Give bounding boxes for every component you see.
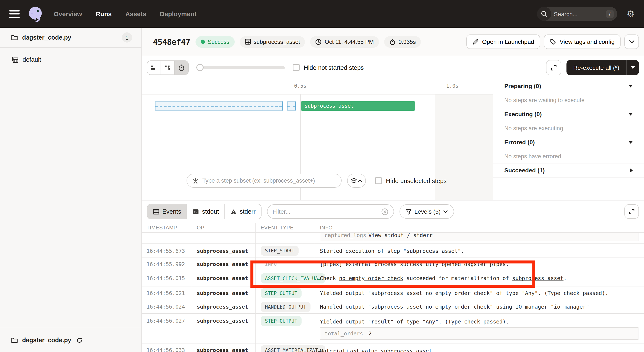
hamburger-menu-icon[interactable] <box>9 10 20 18</box>
log-row-step-start[interactable]: 16:44:55.673 subprocess_asset STEP_START… <box>142 244 644 258</box>
panel-caption-executing: No steps are executing <box>493 121 644 135</box>
hide-not-started-checkbox[interactable] <box>292 64 300 71</box>
metadata-table-captured-logs[interactable]: captured_logs View stdout / stderr <box>320 233 638 241</box>
status-badge: Success <box>195 36 234 47</box>
code-location-label: dagster_code.py <box>22 34 71 41</box>
reexecute-dropdown-caret[interactable] <box>626 60 639 75</box>
panel-caption-errored: No steps have errored <box>493 149 644 163</box>
caret-down-icon <box>628 141 633 144</box>
log-row-step-output-result[interactable]: 16:44:56.027 subprocess_asset STEP_OUTPU… <box>142 314 644 344</box>
event-log-table: TIMESTAMP OP EVENT TYPE INFO captured_lo… <box>142 223 644 352</box>
events-table-icon <box>153 209 159 214</box>
reexecute-all-button[interactable]: Re-execute all (*) <box>566 60 639 75</box>
log-row-asset-materialization[interactable]: 16:44:56.033 subprocess_asset ASSET_MATE… <box>142 344 644 352</box>
pencil-icon <box>472 38 479 45</box>
code-location-footer-label: dagster_code.py <box>22 337 71 344</box>
layers-button[interactable] <box>347 174 366 188</box>
event-timestamp: 16:44:56.027 <box>142 314 191 343</box>
sidebar: dagster_code.py 1 default dagster_code.p… <box>0 28 142 352</box>
asset-grid-icon <box>245 39 251 45</box>
clear-filter-icon[interactable] <box>381 208 388 215</box>
gear-icon[interactable]: ⚙ <box>626 9 635 18</box>
levels-dropdown-button[interactable]: Levels (5) <box>400 204 454 219</box>
check-name-link[interactable]: no_empty_order_check <box>339 275 403 281</box>
gantt-time-axis: 0.5s 1.0s <box>142 79 493 94</box>
axis-tick-1-0s: 1.0s <box>446 83 458 89</box>
log-filter-input[interactable] <box>272 208 378 215</box>
view-mode-flat-icon[interactable] <box>147 61 161 74</box>
slider-thumb[interactable] <box>196 64 204 71</box>
panel-section-succeeded[interactable]: Succeeded (1) <box>493 163 644 177</box>
panel-section-errored[interactable]: Errored (0) <box>493 135 644 149</box>
nav-runs[interactable]: Runs <box>96 10 112 17</box>
event-type-badge: INFO <box>261 259 281 269</box>
log-tabs: Events stdout stderr <box>147 204 262 219</box>
asset-name-link[interactable]: subprocess_asset <box>512 275 564 281</box>
zoom-slider[interactable] <box>196 64 285 71</box>
nav-assets[interactable]: Assets <box>125 10 146 17</box>
gantt-bar-preparing-2[interactable] <box>287 101 296 111</box>
funnel-icon <box>406 209 412 214</box>
view-tags-config-button[interactable]: View tags and config <box>544 34 620 49</box>
asset-chip[interactable]: subprocess_asset <box>240 36 305 47</box>
step-graph-icon <box>192 177 199 184</box>
event-op: subprocess_asset <box>191 258 256 270</box>
step-subset-input[interactable] <box>202 177 336 184</box>
event-op: subprocess_asset <box>191 300 256 313</box>
sidebar-item-code-location[interactable]: dagster_code.py 1 <box>0 28 142 48</box>
log-row-step-output-check[interactable]: 16:44:56.021 subprocess_asset STEP_OUTPU… <box>142 287 644 300</box>
reload-icon[interactable] <box>76 337 83 343</box>
caret-right-icon <box>630 168 633 173</box>
sidebar-item-job-default[interactable]: default <box>0 50 142 69</box>
open-in-launchpad-button[interactable]: Open in Launchpad <box>466 34 540 49</box>
metadata-value-link[interactable]: View stdout / stderr <box>364 233 638 241</box>
event-info: Yielded output "result" of type "Any". (… <box>314 314 644 340</box>
hide-not-started-label: Hide not started steps <box>304 64 364 71</box>
col-event-type: EVENT TYPE <box>256 223 314 232</box>
terminal-icon <box>193 209 199 214</box>
event-timestamp: 16:44:56.021 <box>142 287 191 300</box>
panel-section-preparing[interactable]: Preparing (0) <box>493 79 644 93</box>
tab-stderr[interactable]: stderr <box>225 204 261 219</box>
dagster-logo[interactable] <box>26 5 44 23</box>
col-info: INFO <box>314 225 644 231</box>
run-header: 4548ef47 Success subprocess_asset Oct 11… <box>142 28 644 56</box>
search-input[interactable] <box>551 10 606 17</box>
global-search[interactable]: / <box>537 7 617 21</box>
sidebar-code-location-footer[interactable]: dagster_code.py <box>0 328 142 352</box>
event-info: Started execution of step "subprocess_as… <box>314 248 644 254</box>
event-type-badge: STEP_OUTPUT <box>261 288 302 298</box>
caret-down-icon <box>628 113 633 116</box>
gantt-view-mode-switcher <box>147 60 189 75</box>
hide-unselected-checkbox[interactable] <box>375 177 382 184</box>
axis-tick-0-5s: 0.5s <box>294 83 306 89</box>
event-info: Check no_empty_order_check succeeded for… <box>314 275 644 281</box>
gantt-fullscreen-button[interactable] <box>546 60 561 75</box>
log-row-asset-check[interactable]: 16:44:56.015 subprocess_asset ASSET_CHEC… <box>142 270 644 287</box>
caret-down-icon <box>630 66 635 69</box>
job-label: default <box>22 56 41 63</box>
run-actions-chevron-button[interactable] <box>624 34 639 49</box>
tab-stdout[interactable]: stdout <box>187 204 225 219</box>
nav-overview[interactable]: Overview <box>54 10 82 17</box>
folder-icon <box>11 337 18 343</box>
gantt-bar-subprocess-asset[interactable]: subprocess_asset <box>301 101 415 111</box>
dagster-run-page: Overview Runs Assets Deployment / ⚙ dags <box>0 0 644 352</box>
log-row-handled-output[interactable]: 16:44:56.024 subprocess_asset HANDLED_OU… <box>142 300 644 314</box>
view-mode-waterfall-icon[interactable] <box>161 61 175 74</box>
log-row-pipes-info[interactable]: 16:44:55.992 subprocess_asset INFO [pipe… <box>142 258 644 270</box>
nav-deployment[interactable]: Deployment <box>160 10 196 17</box>
tag-icon <box>550 38 556 45</box>
metadata-key: captured_logs <box>320 233 364 241</box>
warning-icon <box>230 209 237 214</box>
event-timestamp: 16:44:55.992 <box>142 258 191 270</box>
view-mode-timed-icon[interactable] <box>175 61 188 74</box>
tab-events[interactable]: Events <box>147 204 187 219</box>
gantt-bar-preparing[interactable] <box>154 101 283 111</box>
event-op: subprocess_asset <box>191 270 256 286</box>
chevron-down-icon <box>629 40 634 43</box>
log-row-partial[interactable]: captured_logs View stdout / stderr <box>142 233 644 244</box>
top-navigation-bar: Overview Runs Assets Deployment / ⚙ <box>0 0 644 28</box>
log-fullscreen-button[interactable] <box>624 204 639 219</box>
panel-section-executing[interactable]: Executing (0) <box>493 107 644 121</box>
